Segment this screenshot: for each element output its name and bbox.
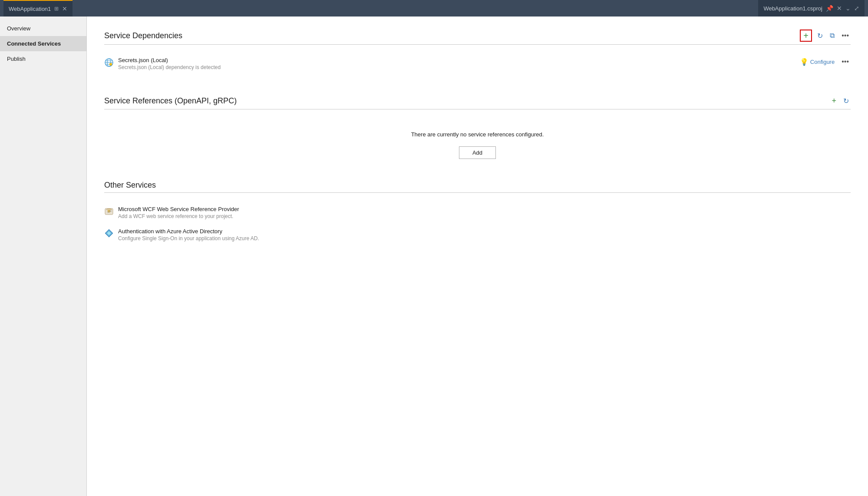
sidebar-item-publish[interactable]: Publish xyxy=(0,51,86,66)
other-services-title: Other Services xyxy=(104,181,156,190)
dep-item-right: 💡 Configure ••• xyxy=(800,57,851,66)
main-layout: Overview Connected Services Publish Serv… xyxy=(0,17,868,496)
no-references-message: There are currently no service reference… xyxy=(104,118,851,146)
wcf-icon xyxy=(104,206,114,218)
other-services-header: Other Services xyxy=(104,181,851,190)
sidebar: Overview Connected Services Publish xyxy=(0,17,87,496)
add-reference-secondary-button[interactable]: Add xyxy=(459,146,496,159)
dep-item-text: Secrets.json (Local) Secrets.json (Local… xyxy=(118,57,221,70)
refresh-dependencies-button[interactable]: ↻ xyxy=(815,31,825,41)
title-bar-left: WebApplication1 ⊞ ✕ xyxy=(3,0,73,17)
title-bar-right: WebApplication1.csproj 📌 ✕ ⌄ ⤢ xyxy=(758,0,865,17)
configure-label: Configure xyxy=(810,59,835,65)
more-dependencies-button[interactable]: ••• xyxy=(840,31,851,40)
service-references-section: Service References (OpenAPI, gRPC) + ↻ T… xyxy=(104,96,851,159)
add-dependency-button[interactable]: + xyxy=(800,30,812,42)
title-bar: WebApplication1 ⊞ ✕ WebApplication1.cspr… xyxy=(0,0,868,17)
configure-bulb-icon: 💡 xyxy=(800,58,809,66)
service-dependencies-section: Service Dependencies + ↻ ⧉ ••• xyxy=(104,30,851,74)
tab-name: WebApplication1 xyxy=(9,6,51,12)
other-service-wcf: Microsoft WCF Web Service Reference Prov… xyxy=(104,202,851,224)
service-references-header: Service References (OpenAPI, gRPC) + ↻ xyxy=(104,96,851,106)
sidebar-item-overview[interactable]: Overview xyxy=(0,21,86,36)
wcf-name: Microsoft WCF Web Service Reference Prov… xyxy=(118,206,239,212)
tab-close-icon[interactable]: ✕ xyxy=(62,6,67,12)
dependency-item-secrets: Secrets.json (Local) Secrets.json (Local… xyxy=(104,53,851,74)
azure-ad-name: Authentication with Azure Active Directo… xyxy=(118,228,259,235)
azure-ad-item-text: Authentication with Azure Active Directo… xyxy=(118,228,259,241)
sidebar-item-connected-services[interactable]: Connected Services xyxy=(0,36,86,51)
service-references-actions: + ↻ xyxy=(830,96,851,106)
azure-ad-desc: Configure Single Sign-On in your applica… xyxy=(118,235,259,241)
refresh-references-button[interactable]: ↻ xyxy=(842,96,851,106)
other-services-divider xyxy=(104,192,851,193)
titlebar-expand-icon[interactable]: ⤢ xyxy=(854,5,859,12)
wcf-desc: Add a WCF web service reference to your … xyxy=(118,213,239,219)
add-icon: + xyxy=(803,31,809,40)
service-references-divider xyxy=(104,109,851,109)
add-reference-button[interactable]: + xyxy=(830,96,838,106)
content-area: Service Dependencies + ↻ ⧉ ••• xyxy=(87,17,868,496)
titlebar-close-icon[interactable]: ✕ xyxy=(837,5,842,12)
service-references-title: Service References (OpenAPI, gRPC) xyxy=(104,96,237,106)
service-dependencies-actions: + ↻ ⧉ ••• xyxy=(800,30,851,42)
configure-link[interactable]: 💡 Configure xyxy=(800,58,835,66)
dep-more-button[interactable]: ••• xyxy=(840,57,851,66)
dep-desc: Secrets.json (Local) dependency is detec… xyxy=(118,64,221,70)
secrets-icon xyxy=(104,58,114,69)
svg-point-5 xyxy=(109,63,112,66)
dep-name: Secrets.json (Local) xyxy=(118,57,221,63)
other-service-azure-ad: Authentication with Azure Active Directo… xyxy=(104,224,851,246)
tab-webapplication1[interactable]: WebApplication1 ⊞ ✕ xyxy=(3,0,73,17)
service-dependencies-title: Service Dependencies xyxy=(104,31,182,40)
wcf-item-text: Microsoft WCF Web Service Reference Prov… xyxy=(118,206,239,219)
tab-pin-icon[interactable]: ⊞ xyxy=(54,6,59,12)
dep-item-left: Secrets.json (Local) Secrets.json (Local… xyxy=(104,57,221,70)
titlebar-chevron-icon[interactable]: ⌄ xyxy=(845,5,851,12)
link-dependencies-button[interactable]: ⧉ xyxy=(828,31,836,40)
service-dependencies-divider xyxy=(104,44,851,45)
service-dependencies-header: Service Dependencies + ↻ ⧉ ••• xyxy=(104,30,851,42)
titlebar-pin-icon[interactable]: 📌 xyxy=(826,5,833,12)
azure-ad-icon xyxy=(104,228,114,240)
project-name: WebApplication1.csproj xyxy=(763,5,822,12)
other-services-section: Other Services Microsoft WCF Web Service… xyxy=(104,181,851,246)
